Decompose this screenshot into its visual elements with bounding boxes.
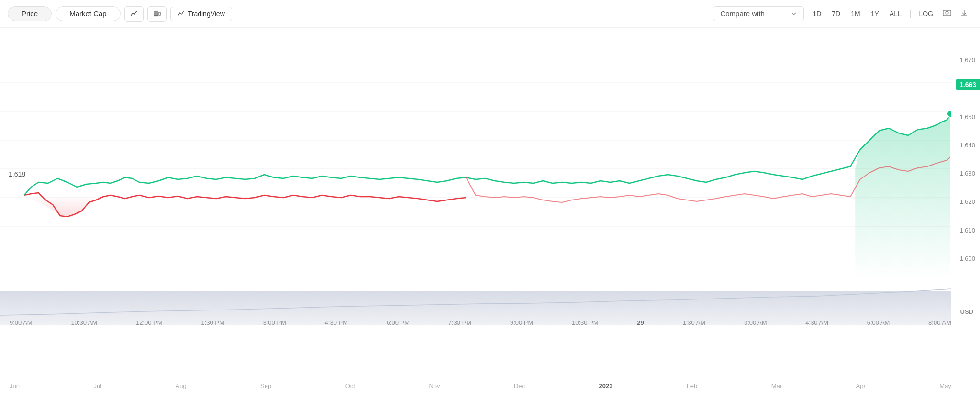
time-1d-button[interactable]: 1D (808, 8, 826, 20)
mini-chart-svg (0, 287, 951, 325)
screenshot-button[interactable] (939, 6, 955, 22)
compare-with-dropdown[interactable]: Compare with (713, 6, 804, 21)
month-oct: Oct (345, 382, 355, 389)
month-may: May (939, 382, 951, 389)
month-jun: Jun (10, 382, 20, 389)
download-icon (960, 9, 969, 17)
y-label-6: 1,610 (959, 227, 975, 234)
y-label-7: 1,600 (959, 255, 975, 262)
svg-marker-17 (24, 195, 111, 217)
month-apr: Apr (856, 382, 866, 389)
toolbar: Price Market Cap TradingView Compare wit… (0, 0, 980, 28)
line-icon (130, 10, 138, 18)
y-label-5: 1,620 (959, 198, 975, 205)
chart-area: 1,670 1,660 1,650 1,640 1,630 1,620 1,61… (0, 28, 980, 399)
log-button[interactable]: LOG (914, 8, 938, 20)
svg-point-8 (946, 11, 948, 14)
y-label-0: 1,670 (959, 56, 975, 64)
time-all-button[interactable]: ALL (885, 8, 906, 20)
price-tab[interactable]: Price (8, 6, 52, 21)
month-sep: Sep (260, 382, 271, 389)
currency-label: USD (960, 308, 973, 315)
month-mar: Mar (771, 382, 782, 389)
time-range-buttons: 1D 7D 1M 1Y ALL | LOG (808, 6, 972, 22)
svg-rect-0 (154, 12, 156, 16)
market-cap-tab[interactable]: Market Cap (56, 6, 121, 21)
time-1y-button[interactable]: 1Y (866, 8, 884, 20)
tradingview-icon (178, 10, 185, 18)
year-2023: 2023 (599, 382, 613, 389)
chevron-down-icon (791, 11, 797, 17)
y-label-4: 1,630 (959, 170, 975, 177)
tradingview-button[interactable]: TradingView (170, 7, 232, 21)
download-button[interactable] (956, 6, 972, 22)
candle-icon (153, 10, 161, 18)
x-axis-month-labels: Jun Jul Aug Sep Oct Nov Dec 2023 Feb Mar… (10, 382, 951, 389)
month-dec: Dec (514, 382, 525, 389)
y-label-2: 1,650 (959, 113, 975, 121)
svg-rect-7 (943, 10, 951, 16)
svg-marker-18 (855, 114, 950, 279)
mini-chart-area (0, 287, 951, 325)
tradingview-label: TradingView (188, 10, 225, 18)
screenshot-icon (943, 9, 951, 17)
main-chart-svg (0, 54, 951, 279)
svg-point-19 (947, 111, 951, 117)
month-nov: Nov (429, 382, 440, 389)
time-1m-button[interactable]: 1M (846, 8, 865, 20)
svg-rect-1 (156, 11, 158, 16)
svg-rect-2 (159, 12, 160, 15)
separator: | (909, 9, 912, 19)
current-price-badge: 1.663 (956, 79, 980, 90)
y-label-3: 1,640 (959, 142, 975, 149)
month-feb: Feb (687, 382, 697, 389)
month-jul: Jul (93, 382, 101, 389)
candle-chart-button[interactable] (147, 6, 167, 22)
month-aug: Aug (176, 382, 187, 389)
line-chart-button[interactable] (124, 6, 144, 22)
compare-with-label: Compare with (720, 10, 765, 18)
time-7d-button[interactable]: 7D (827, 8, 845, 20)
